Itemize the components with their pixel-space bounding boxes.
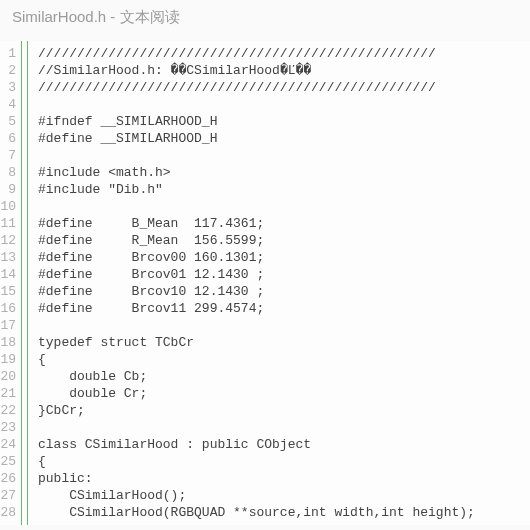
line-number: 23	[0, 419, 21, 436]
code-line: {	[38, 351, 475, 368]
code-line: typedef struct TCbCr	[38, 334, 475, 351]
line-number: 11	[0, 215, 21, 232]
code-line: CSimilarHood(RGBQUAD **source,int width,…	[38, 504, 475, 521]
code-line: double Cr;	[38, 385, 475, 402]
line-number: 25	[0, 453, 21, 470]
code-line: {	[38, 453, 475, 470]
code-line: #define B_Mean 117.4361;	[38, 215, 475, 232]
line-number: 7	[0, 147, 21, 164]
line-number: 21	[0, 385, 21, 402]
code-line: ////////////////////////////////////////…	[38, 79, 475, 96]
line-number: 6	[0, 130, 21, 147]
line-number-gutter: 1234567891011121314151617181920212223242…	[0, 41, 22, 525]
code-line: class CSimilarHood : public CObject	[38, 436, 475, 453]
line-number: 17	[0, 317, 21, 334]
code-line	[38, 198, 475, 215]
line-number: 5	[0, 113, 21, 130]
line-number: 12	[0, 232, 21, 249]
line-number: 24	[0, 436, 21, 453]
code-line	[38, 419, 475, 436]
code-content: ////////////////////////////////////////…	[28, 41, 475, 525]
code-line: #define Brcov11 299.4574;	[38, 300, 475, 317]
code-line: }CbCr;	[38, 402, 475, 419]
code-line: #define Brcov00 160.1301;	[38, 249, 475, 266]
code-line: #include "Dib.h"	[38, 181, 475, 198]
code-line: //SimilarHood.h: ��CSimilarHood�Ľ��	[38, 62, 475, 79]
code-line: double Cb;	[38, 368, 475, 385]
line-number: 20	[0, 368, 21, 385]
code-line: #define Brcov01 12.1430 ;	[38, 266, 475, 283]
line-number: 1	[0, 45, 21, 62]
code-line: #define R_Mean 156.5599;	[38, 232, 475, 249]
line-number: 14	[0, 266, 21, 283]
code-line: #include <math.h>	[38, 164, 475, 181]
code-line	[38, 317, 475, 334]
code-line: #ifndef __SIMILARHOOD_H	[38, 113, 475, 130]
line-number: 16	[0, 300, 21, 317]
line-number: 4	[0, 96, 21, 113]
line-number: 27	[0, 487, 21, 504]
line-number: 8	[0, 164, 21, 181]
line-number: 10	[0, 198, 21, 215]
code-line: public:	[38, 470, 475, 487]
window-title: SimilarHood.h - 文本阅读	[0, 0, 530, 41]
line-number: 3	[0, 79, 21, 96]
code-viewer: 1234567891011121314151617181920212223242…	[0, 41, 530, 525]
code-line: ////////////////////////////////////////…	[38, 45, 475, 62]
code-line	[38, 96, 475, 113]
line-number: 9	[0, 181, 21, 198]
line-number: 15	[0, 283, 21, 300]
line-number: 28	[0, 504, 21, 521]
line-number: 13	[0, 249, 21, 266]
line-number: 18	[0, 334, 21, 351]
code-line	[38, 147, 475, 164]
line-number: 19	[0, 351, 21, 368]
line-number: 26	[0, 470, 21, 487]
line-number: 22	[0, 402, 21, 419]
code-line: CSimilarHood();	[38, 487, 475, 504]
line-number: 2	[0, 62, 21, 79]
code-line: #define Brcov10 12.1430 ;	[38, 283, 475, 300]
code-line: #define __SIMILARHOOD_H	[38, 130, 475, 147]
